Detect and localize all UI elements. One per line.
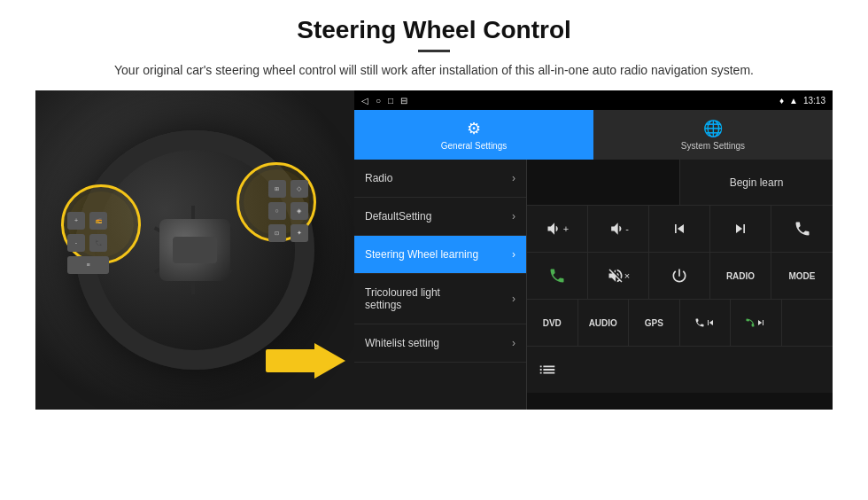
right-control-panel: Begin learn + - [527, 160, 833, 410]
status-bar: ◁ ○ □ ⊟ ♦ ▲ 13:13 [354, 90, 833, 110]
menu-item-whitelist[interactable]: Whitelist setting › [354, 324, 526, 363]
control-row-4 [527, 347, 833, 393]
menu-item-default[interactable]: DefaultSetting › [354, 198, 526, 236]
mode-button[interactable]: MODE [771, 253, 833, 299]
subtitle: Your original car's steering wheel contr… [35, 61, 833, 80]
tab-bar: ⚙ General Settings 🌐 System Settings [354, 110, 833, 160]
sw-buttons-left: + 📻 - 📞 ≡ [67, 212, 109, 276]
list-icon-button[interactable] [527, 347, 833, 393]
signal-icon: ▲ [789, 96, 798, 105]
phone-answer-button[interactable] [771, 206, 833, 252]
back-icon[interactable]: ◁ [361, 96, 368, 105]
steering-wheel-image: + 📻 - 📞 ≡ ⊞ ◇ ○ ◈ ⊡ ✦ [35, 90, 354, 410]
tab-system-settings[interactable]: 🌐 System Settings [593, 110, 833, 160]
control-row-3: DVD AUDIO GPS [527, 300, 833, 347]
menu-radio-label: Radio [365, 172, 392, 184]
tab-system-label: System Settings [681, 141, 745, 151]
menu-steering-label: Steering Wheel learning [365, 248, 478, 261]
tab-general-settings[interactable]: ⚙ General Settings [354, 110, 593, 160]
empty-cell [527, 160, 680, 205]
dvd-button[interactable]: DVD [527, 300, 578, 346]
menu-item-tricoloured[interactable]: Tricoloured lightsettings › [354, 274, 526, 324]
head-unit-ui: ◁ ○ □ ⊟ ♦ ▲ 13:13 ⚙ General Settings [354, 90, 833, 410]
tab-general-label: General Settings [441, 141, 508, 151]
control-row-2: × RADIO MODE [527, 253, 833, 300]
sw-buttons-right: ⊞ ◇ ○ ◈ ⊡ ✦ [268, 180, 310, 244]
mute-button[interactable]: × [588, 253, 649, 299]
home-icon[interactable]: ○ [376, 96, 381, 105]
prev-track-button[interactable] [649, 206, 710, 252]
menu-whitelist-label: Whitelist setting [365, 337, 439, 349]
menu-item-steering[interactable]: Steering Wheel learning › [354, 236, 526, 274]
chevron-default-icon: › [512, 210, 515, 223]
vol-up-button[interactable]: + [527, 206, 588, 252]
radio-button[interactable]: RADIO [710, 253, 771, 299]
title-divider [418, 50, 450, 52]
control-row-1: + - [527, 206, 833, 253]
gps-button[interactable]: GPS [629, 300, 680, 346]
content-area: + 📻 - 📞 ≡ ⊞ ◇ ○ ◈ ⊡ ✦ [35, 90, 833, 410]
begin-learn-button[interactable]: Begin learn [680, 160, 833, 205]
call-button[interactable] [527, 253, 588, 299]
time-display: 13:13 [803, 96, 825, 105]
recent-icon[interactable]: □ [388, 96, 393, 105]
settings-gear-icon: ⚙ [467, 119, 481, 138]
chevron-steering-icon: › [512, 248, 515, 261]
system-icon: 🌐 [703, 119, 723, 138]
menu-tricoloured-label: Tricoloured lightsettings [365, 286, 440, 311]
next-phone-button[interactable] [731, 300, 782, 346]
menu-item-radio[interactable]: Radio › [354, 160, 526, 198]
extra-button[interactable] [782, 300, 833, 346]
chevron-tricoloured-icon: › [512, 293, 515, 305]
next-track-button[interactable] [710, 206, 771, 252]
chevron-whitelist-icon: › [512, 337, 515, 349]
vol-down-button[interactable]: - [588, 206, 649, 252]
audio-button[interactable]: AUDIO [578, 300, 630, 346]
page-title: Steering Wheel Control [35, 16, 833, 44]
menu-default-label: DefaultSetting [365, 210, 431, 223]
power-button[interactable] [649, 253, 710, 299]
chevron-radio-icon: › [512, 172, 515, 184]
menu-panel: Radio › DefaultSetting › Steering Wheel … [354, 160, 527, 410]
location-icon: ♦ [779, 96, 784, 105]
phone-prev-button[interactable] [680, 300, 732, 346]
top-control-row: Begin learn [527, 160, 833, 206]
hu-main-area: Radio › DefaultSetting › Steering Wheel … [354, 160, 833, 410]
title-section: Steering Wheel Control Your original car… [35, 16, 833, 80]
arrow-indicator [266, 343, 345, 379]
menu-icon[interactable]: ⊟ [400, 96, 407, 105]
